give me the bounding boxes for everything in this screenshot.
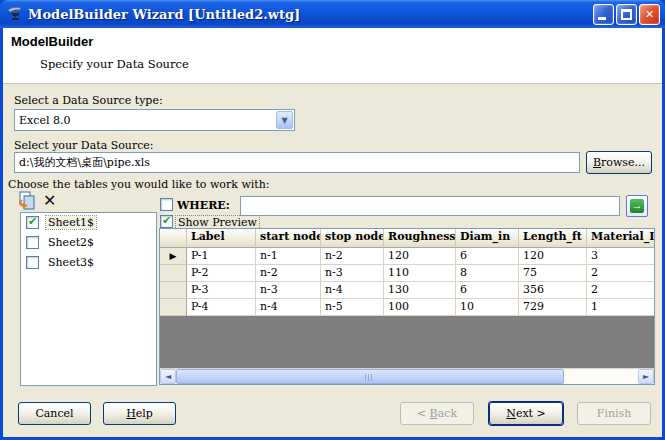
sheet-list-item[interactable]: ✔Sheet1$	[21, 215, 156, 233]
sheet-label: Sheet2$	[46, 236, 96, 249]
row-selector-cell[interactable]	[160, 299, 187, 316]
grid-cell: n-3	[256, 282, 321, 299]
grid-header-row: Labelstart nodestop nodeRoughness_CDiam_…	[160, 229, 654, 248]
grid-cell: 3	[587, 248, 655, 265]
scrollbar-thumb[interactable]	[176, 369, 564, 384]
grid-cell: 130	[384, 282, 456, 299]
scrollbar-track[interactable]	[564, 369, 638, 384]
grid-cell: n-3	[321, 265, 384, 282]
wizard-header-title: ModelBuilder	[11, 34, 93, 49]
row-selector-cell[interactable]	[160, 282, 187, 299]
apply-where-button[interactable]: →	[626, 195, 648, 217]
grid-column-header[interactable]: Diam_in	[456, 229, 519, 248]
grid-cell: n-2	[321, 248, 384, 265]
chevron-down-icon[interactable]: ▼	[276, 111, 293, 129]
minimize-button[interactable]	[593, 4, 614, 25]
grid-cell: n-4	[321, 282, 384, 299]
grid-cell: 100	[384, 299, 456, 316]
grid-column-header[interactable]: stop node	[321, 229, 384, 248]
grid-cell: P-3	[187, 282, 256, 299]
title-bar[interactable]: ModelBuilder Wizard [Untitled2.wtg] ✕	[0, 0, 665, 28]
maximize-icon	[621, 9, 632, 20]
row-selector-cell[interactable]	[160, 229, 187, 248]
grid-cell: 120	[384, 248, 456, 265]
scroll-left-button[interactable]: ◄	[160, 369, 176, 384]
grid-cell: n-1	[256, 248, 321, 265]
grid-column-header[interactable]: Material_ID	[587, 229, 655, 248]
sheet-checkbox[interactable]	[26, 256, 39, 269]
scroll-right-button[interactable]: ►	[638, 369, 654, 384]
grid-cell: 6	[456, 248, 519, 265]
grid-cell: 1	[587, 299, 655, 316]
minimize-icon	[598, 17, 606, 20]
wizard-header: ModelBuilder Specify your Data Source	[3, 28, 662, 84]
grid-cell: P-1	[187, 248, 256, 265]
finish-button[interactable]: Finish	[577, 402, 651, 425]
grid-column-header[interactable]: start node	[256, 229, 321, 248]
source-path-input[interactable]: d:\我的文档\桌面\pipe.xls	[14, 152, 580, 173]
scroll-right-icon: ►	[643, 372, 649, 381]
where-input[interactable]	[240, 196, 620, 216]
next-button[interactable]: Next >	[489, 402, 563, 425]
help-button[interactable]: Help	[103, 402, 176, 425]
grid-cell: 110	[384, 265, 456, 282]
close-button[interactable]: ✕	[639, 4, 660, 25]
grid-column-header[interactable]: Label	[187, 229, 256, 248]
cancel-button[interactable]: Cancel	[18, 402, 91, 425]
grid-cell: n-5	[321, 299, 384, 316]
grid-cell: P-2	[187, 265, 256, 282]
sheet-label: Sheet3$	[46, 256, 96, 269]
copy-table-icon[interactable]	[16, 191, 36, 213]
grid-cell: 6	[456, 282, 519, 299]
active-row-icon: ▶	[170, 251, 177, 261]
dialog-content: ModelBuilder Specify your Data Source Se…	[3, 28, 662, 437]
grid-cell: 729	[519, 299, 587, 316]
grid-cell: P-4	[187, 299, 256, 316]
grid-cell: 2	[587, 282, 655, 299]
grid-cell: n-4	[256, 299, 321, 316]
show-preview-checkbox[interactable]: ✔	[160, 215, 173, 228]
maximize-button[interactable]	[616, 4, 637, 25]
grid-empty-area	[160, 316, 654, 368]
grid-column-header[interactable]: Roughness_C	[384, 229, 456, 248]
row-selector-cell[interactable]	[160, 265, 187, 282]
sheet-list-item[interactable]: Sheet2$	[21, 235, 156, 253]
grid-column-header[interactable]: Length_ft	[519, 229, 587, 248]
modelbuilder-app-icon	[6, 5, 24, 23]
wizard-header-subtitle: Specify your Data Source	[40, 57, 189, 71]
sheet-checkbox[interactable]: ✔	[26, 216, 39, 229]
sheet-list[interactable]: ✔Sheet1$Sheet2$Sheet3$	[20, 212, 157, 386]
grid-cell: 75	[519, 265, 587, 282]
modelbuilder-wizard-window: ModelBuilder Wizard [Untitled2.wtg] ✕ Mo…	[0, 0, 665, 440]
grid-rows: Labelstart nodestop nodeRoughness_CDiam_…	[160, 229, 654, 316]
sheet-label: Sheet1$	[46, 216, 96, 229]
remove-table-icon[interactable]: ✕	[43, 193, 56, 209]
source-type-label: Select a Data Source type:	[14, 94, 163, 107]
grid-data-row: ▶P-1n-1n-212061203	[160, 248, 654, 265]
sheet-checkbox[interactable]	[26, 236, 39, 249]
source-path-label: Select your Data Source:	[14, 139, 154, 152]
grid-data-row: P-4n-4n-5100107291	[160, 299, 654, 316]
sheet-list-item[interactable]: Sheet3$	[21, 255, 156, 273]
grid-cell: 8	[456, 265, 519, 282]
go-arrow-icon: →	[630, 199, 644, 213]
grid-cell: 10	[456, 299, 519, 316]
preview-grid[interactable]: Labelstart nodestop nodeRoughness_CDiam_…	[159, 228, 655, 385]
choose-tables-label: Choose the tables you would like to work…	[8, 178, 270, 191]
grid-data-row: P-2n-2n-31108752	[160, 265, 654, 282]
source-type-select[interactable]: Excel 8.0 ▼	[14, 109, 295, 131]
scrollbar-grip	[365, 374, 374, 381]
scroll-left-icon: ◄	[165, 372, 171, 381]
grid-horizontal-scrollbar[interactable]: ◄ ►	[160, 368, 654, 384]
source-type-value: Excel 8.0	[19, 113, 70, 128]
grid-cell: 120	[519, 248, 587, 265]
window-title: ModelBuilder Wizard [Untitled2.wtg]	[28, 7, 300, 22]
browse-button[interactable]: Browse...	[586, 151, 652, 174]
row-selector-cell[interactable]: ▶	[160, 248, 187, 265]
grid-cell: 356	[519, 282, 587, 299]
close-icon: ✕	[645, 8, 654, 21]
grid-cell: 2	[587, 265, 655, 282]
where-checkbox[interactable]	[160, 198, 173, 211]
back-button[interactable]: < Back	[400, 402, 474, 425]
grid-cell: n-2	[256, 265, 321, 282]
